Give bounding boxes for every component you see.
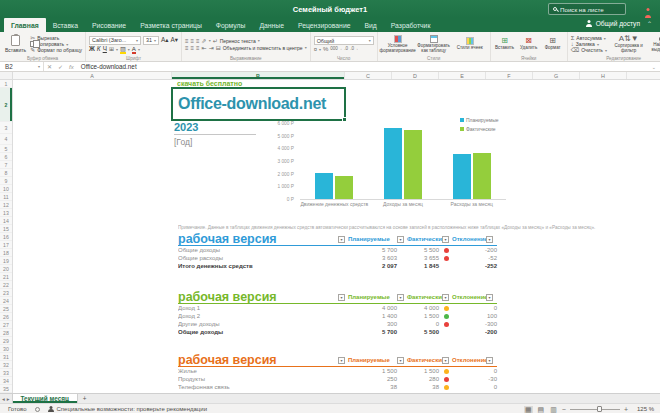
column-header-C[interactable]: C xyxy=(345,72,392,79)
row-header-35[interactable]: 35 xyxy=(0,385,12,393)
row-header-18[interactable]: 18 xyxy=(0,249,12,257)
row-header-17[interactable]: 17 xyxy=(0,241,12,249)
accessibility-status[interactable]: Специальные возможности: проверьте реком… xyxy=(48,406,207,412)
ribbon-tab[interactable]: Разработчик xyxy=(384,18,438,32)
row-header-31[interactable]: 31 xyxy=(0,353,12,361)
row-header-9[interactable]: 9 xyxy=(0,177,12,185)
filter-button[interactable]: ▾ xyxy=(397,294,404,301)
filter-button[interactable]: ▾ xyxy=(442,357,449,364)
zoom-slider[interactable] xyxy=(570,409,620,410)
normal-view-button[interactable]: ▦ xyxy=(524,406,533,413)
row-header-5[interactable]: 5 xyxy=(0,145,12,153)
add-sheet-button[interactable]: + xyxy=(78,394,92,403)
page-layout-view-button[interactable]: ▤ xyxy=(537,406,546,413)
budget-chart[interactable]: 6 000 Р5 000 Р4 000 Р3 000 Р2 000 Р1 000… xyxy=(248,114,510,220)
font-color-icon[interactable]: А xyxy=(132,46,136,52)
row-header-7[interactable]: 7 xyxy=(0,161,12,169)
confirm-entry-icon[interactable]: ✓ xyxy=(55,63,66,70)
row-header-25[interactable]: 25 xyxy=(0,305,12,313)
row-header-26[interactable]: 26 xyxy=(0,313,12,321)
filter-button[interactable]: ▾ xyxy=(338,357,345,364)
filter-button[interactable]: ▾ xyxy=(442,236,449,243)
filter-button[interactable]: ▾ xyxy=(486,357,493,364)
column-header-D[interactable]: D xyxy=(392,72,439,79)
row-header-22[interactable]: 22 xyxy=(0,281,12,289)
row-header-4[interactable]: 4 xyxy=(0,134,12,145)
zoom-out-button[interactable]: − xyxy=(562,406,566,413)
collapse-ribbon-icon[interactable]: ⌃ xyxy=(647,20,652,27)
decrease-indent-icon[interactable]: ⇤ xyxy=(202,45,207,51)
bar-Фактические[interactable] xyxy=(335,176,353,199)
bar-Фактические[interactable] xyxy=(473,153,491,199)
align-middle-icon[interactable]: ≡ xyxy=(191,38,195,44)
filter-button[interactable]: ▾ xyxy=(397,357,404,364)
align-bottom-icon[interactable]: ≡ xyxy=(196,38,200,44)
row-header-11[interactable]: 11 xyxy=(0,193,12,201)
align-left-icon[interactable]: ≡ xyxy=(185,45,189,51)
column-header-H[interactable]: H xyxy=(580,72,627,79)
row-header-16[interactable]: 16 xyxy=(0,233,12,241)
borders-icon[interactable]: ⊞ xyxy=(109,46,114,52)
conditional-formatting-button[interactable]: Условное форматирование xyxy=(381,34,415,54)
underline-button[interactable]: Ч xyxy=(103,46,107,52)
bar-Планируемые[interactable] xyxy=(384,128,402,199)
prev-sheet-icon[interactable]: ◂ xyxy=(2,396,5,402)
row-header-33[interactable]: 33 xyxy=(0,369,12,377)
ribbon-tab[interactable]: Данные xyxy=(252,18,291,32)
sheet-canvas[interactable]: скачать бесплатно Office-download.net 20… xyxy=(13,80,660,393)
row-header-24[interactable]: 24 xyxy=(0,297,12,305)
format-painter-button[interactable]: ✎Формат по образцу xyxy=(30,47,82,53)
increase-decimal-icon[interactable]: ←.0 xyxy=(340,47,348,52)
grow-font-button[interactable]: A▴ xyxy=(161,37,168,43)
row-header-23[interactable]: 23 xyxy=(0,289,12,297)
formula-input[interactable]: Office-download.net xyxy=(77,63,137,70)
ribbon-tab[interactable]: Вставка xyxy=(46,18,85,32)
bar-Планируемые[interactable] xyxy=(315,173,333,199)
row-header-1[interactable]: 1 xyxy=(0,80,12,88)
macro-record-icon[interactable] xyxy=(35,407,40,412)
select-all-corner[interactable] xyxy=(0,72,13,80)
column-header-E[interactable]: E xyxy=(439,72,486,79)
filter-button[interactable]: ▾ xyxy=(338,294,345,301)
bold-button[interactable]: Ж xyxy=(89,46,95,52)
expand-formula-bar-icon[interactable]: ⌄ xyxy=(652,64,660,70)
accounting-format-icon[interactable]: ¤ xyxy=(314,46,317,52)
row-header-14[interactable]: 14 xyxy=(0,217,12,225)
row-header-32[interactable]: 32 xyxy=(0,361,12,369)
row-header-21[interactable]: 21 xyxy=(0,273,12,281)
align-right-icon[interactable]: ≡ xyxy=(196,45,200,51)
row-header-6[interactable]: 6 xyxy=(0,153,12,161)
row-header-13[interactable]: 13 xyxy=(0,209,12,217)
percent-icon[interactable]: % xyxy=(323,46,328,52)
fill-color-icon[interactable]: ▨ xyxy=(120,46,126,52)
row-header-2[interactable]: 2 xyxy=(0,88,12,122)
cancel-entry-icon[interactable]: ✕ xyxy=(44,63,55,70)
column-header-B[interactable]: B xyxy=(172,72,345,79)
ribbon-tab[interactable]: Разметка страницы xyxy=(133,18,209,32)
italic-button[interactable]: К xyxy=(97,46,101,52)
search-input[interactable]: Поиск на листе xyxy=(548,3,626,15)
row-header-27[interactable]: 27 xyxy=(0,321,12,329)
filter-button[interactable]: ▾ xyxy=(442,294,449,301)
row-header-34[interactable]: 34 xyxy=(0,377,12,385)
ribbon-tab[interactable]: Вид xyxy=(357,18,383,32)
merge-center-button[interactable]: Объединить и поместить в центре xyxy=(223,45,303,51)
align-center-icon[interactable]: ≡ xyxy=(191,45,195,51)
font-family-select[interactable]: Calibri (Заго...▾ xyxy=(89,36,141,45)
row-header-8[interactable]: 8 xyxy=(0,169,12,177)
font-size-select[interactable]: 31▾ xyxy=(143,36,159,45)
column-header-G[interactable]: G xyxy=(533,72,580,79)
zoom-slider-thumb[interactable] xyxy=(597,406,602,412)
row-header-10[interactable]: 10 xyxy=(0,185,12,193)
paste-button[interactable]: Вставить xyxy=(3,34,28,54)
sheet-tab-current-month[interactable]: Текущий месяц xyxy=(12,394,78,403)
ribbon-tab[interactable]: Рисование xyxy=(85,18,133,32)
bar-Планируемые[interactable] xyxy=(453,154,471,199)
row-header-3[interactable]: 3 xyxy=(0,122,12,134)
zoom-in-button[interactable]: + xyxy=(624,406,628,413)
format-as-table-button[interactable]: Форматировать как таблицу xyxy=(417,34,451,54)
row-header-30[interactable]: 30 xyxy=(0,345,12,353)
column-header-F[interactable]: F xyxy=(486,72,533,79)
fx-icon[interactable]: fx xyxy=(66,64,77,70)
filter-button[interactable]: ▾ xyxy=(397,236,404,243)
